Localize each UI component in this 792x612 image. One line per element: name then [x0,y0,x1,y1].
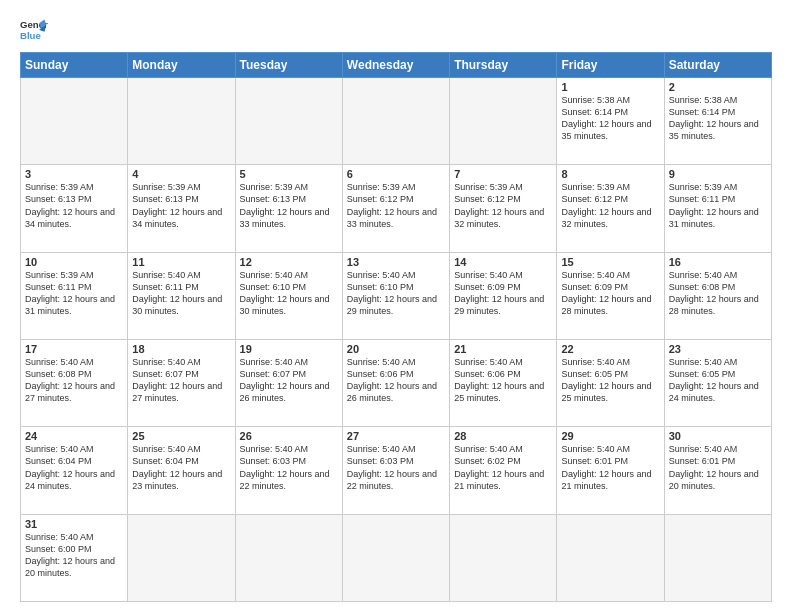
col-header-sunday: Sunday [21,53,128,78]
day-number: 16 [669,256,767,268]
days-of-week-row: SundayMondayTuesdayWednesdayThursdayFrid… [21,53,772,78]
day-cell: 25Sunrise: 5:40 AM Sunset: 6:04 PM Dayli… [128,427,235,514]
calendar-header: SundayMondayTuesdayWednesdayThursdayFrid… [21,53,772,78]
day-info: Sunrise: 5:39 AM Sunset: 6:11 PM Dayligh… [669,181,767,230]
day-cell [128,514,235,601]
day-info: Sunrise: 5:40 AM Sunset: 6:05 PM Dayligh… [561,356,659,405]
day-cell: 2Sunrise: 5:38 AM Sunset: 6:14 PM Daylig… [664,78,771,165]
day-info: Sunrise: 5:40 AM Sunset: 6:04 PM Dayligh… [132,443,230,492]
col-header-monday: Monday [128,53,235,78]
day-cell: 1Sunrise: 5:38 AM Sunset: 6:14 PM Daylig… [557,78,664,165]
day-cell [235,514,342,601]
header: General Blue [20,16,772,44]
day-number: 15 [561,256,659,268]
day-info: Sunrise: 5:40 AM Sunset: 6:02 PM Dayligh… [454,443,552,492]
day-info: Sunrise: 5:39 AM Sunset: 6:11 PM Dayligh… [25,269,123,318]
day-info: Sunrise: 5:39 AM Sunset: 6:13 PM Dayligh… [240,181,338,230]
day-info: Sunrise: 5:40 AM Sunset: 6:10 PM Dayligh… [347,269,445,318]
day-cell: 6Sunrise: 5:39 AM Sunset: 6:12 PM Daylig… [342,165,449,252]
day-number: 27 [347,430,445,442]
day-number: 6 [347,168,445,180]
day-number: 5 [240,168,338,180]
day-info: Sunrise: 5:40 AM Sunset: 6:08 PM Dayligh… [669,269,767,318]
page: General Blue SundayMondayTuesdayWednesda… [0,0,792,612]
day-number: 12 [240,256,338,268]
day-number: 20 [347,343,445,355]
day-info: Sunrise: 5:40 AM Sunset: 6:01 PM Dayligh… [669,443,767,492]
day-cell: 30Sunrise: 5:40 AM Sunset: 6:01 PM Dayli… [664,427,771,514]
day-info: Sunrise: 5:40 AM Sunset: 6:06 PM Dayligh… [347,356,445,405]
day-number: 8 [561,168,659,180]
logo: General Blue [20,16,48,44]
day-cell: 9Sunrise: 5:39 AM Sunset: 6:11 PM Daylig… [664,165,771,252]
day-info: Sunrise: 5:40 AM Sunset: 6:07 PM Dayligh… [240,356,338,405]
day-cell [664,514,771,601]
day-number: 31 [25,518,123,530]
day-info: Sunrise: 5:38 AM Sunset: 6:14 PM Dayligh… [561,94,659,143]
col-header-thursday: Thursday [450,53,557,78]
day-cell: 19Sunrise: 5:40 AM Sunset: 6:07 PM Dayli… [235,339,342,426]
day-info: Sunrise: 5:40 AM Sunset: 6:03 PM Dayligh… [347,443,445,492]
day-info: Sunrise: 5:40 AM Sunset: 6:11 PM Dayligh… [132,269,230,318]
day-cell: 3Sunrise: 5:39 AM Sunset: 6:13 PM Daylig… [21,165,128,252]
day-info: Sunrise: 5:39 AM Sunset: 6:13 PM Dayligh… [132,181,230,230]
col-header-tuesday: Tuesday [235,53,342,78]
day-number: 11 [132,256,230,268]
day-number: 3 [25,168,123,180]
day-info: Sunrise: 5:40 AM Sunset: 6:09 PM Dayligh… [561,269,659,318]
day-number: 2 [669,81,767,93]
day-number: 10 [25,256,123,268]
week-row-4: 17Sunrise: 5:40 AM Sunset: 6:08 PM Dayli… [21,339,772,426]
week-row-5: 24Sunrise: 5:40 AM Sunset: 6:04 PM Dayli… [21,427,772,514]
day-info: Sunrise: 5:40 AM Sunset: 6:06 PM Dayligh… [454,356,552,405]
day-info: Sunrise: 5:39 AM Sunset: 6:12 PM Dayligh… [561,181,659,230]
day-info: Sunrise: 5:40 AM Sunset: 6:10 PM Dayligh… [240,269,338,318]
week-row-1: 1Sunrise: 5:38 AM Sunset: 6:14 PM Daylig… [21,78,772,165]
day-cell: 28Sunrise: 5:40 AM Sunset: 6:02 PM Dayli… [450,427,557,514]
day-cell: 20Sunrise: 5:40 AM Sunset: 6:06 PM Dayli… [342,339,449,426]
day-cell: 7Sunrise: 5:39 AM Sunset: 6:12 PM Daylig… [450,165,557,252]
week-row-3: 10Sunrise: 5:39 AM Sunset: 6:11 PM Dayli… [21,252,772,339]
day-number: 7 [454,168,552,180]
day-number: 4 [132,168,230,180]
day-number: 19 [240,343,338,355]
day-number: 25 [132,430,230,442]
day-info: Sunrise: 5:39 AM Sunset: 6:12 PM Dayligh… [454,181,552,230]
day-info: Sunrise: 5:40 AM Sunset: 6:04 PM Dayligh… [25,443,123,492]
day-cell: 11Sunrise: 5:40 AM Sunset: 6:11 PM Dayli… [128,252,235,339]
day-cell [450,78,557,165]
day-info: Sunrise: 5:40 AM Sunset: 6:09 PM Dayligh… [454,269,552,318]
day-info: Sunrise: 5:40 AM Sunset: 6:00 PM Dayligh… [25,531,123,580]
week-row-6: 31Sunrise: 5:40 AM Sunset: 6:00 PM Dayli… [21,514,772,601]
col-header-friday: Friday [557,53,664,78]
generalblue-logo-icon: General Blue [20,16,48,44]
day-cell: 10Sunrise: 5:39 AM Sunset: 6:11 PM Dayli… [21,252,128,339]
day-cell: 24Sunrise: 5:40 AM Sunset: 6:04 PM Dayli… [21,427,128,514]
calendar-table: SundayMondayTuesdayWednesdayThursdayFrid… [20,52,772,602]
day-number: 1 [561,81,659,93]
day-number: 14 [454,256,552,268]
day-cell [21,78,128,165]
day-cell: 27Sunrise: 5:40 AM Sunset: 6:03 PM Dayli… [342,427,449,514]
day-cell [128,78,235,165]
day-number: 22 [561,343,659,355]
day-number: 28 [454,430,552,442]
day-cell: 15Sunrise: 5:40 AM Sunset: 6:09 PM Dayli… [557,252,664,339]
day-number: 17 [25,343,123,355]
day-cell: 5Sunrise: 5:39 AM Sunset: 6:13 PM Daylig… [235,165,342,252]
day-cell [342,78,449,165]
day-number: 18 [132,343,230,355]
day-cell [342,514,449,601]
day-info: Sunrise: 5:40 AM Sunset: 6:01 PM Dayligh… [561,443,659,492]
calendar-body: 1Sunrise: 5:38 AM Sunset: 6:14 PM Daylig… [21,78,772,602]
day-cell [557,514,664,601]
day-cell [450,514,557,601]
day-cell: 29Sunrise: 5:40 AM Sunset: 6:01 PM Dayli… [557,427,664,514]
day-info: Sunrise: 5:40 AM Sunset: 6:03 PM Dayligh… [240,443,338,492]
day-number: 23 [669,343,767,355]
col-header-saturday: Saturday [664,53,771,78]
day-cell: 8Sunrise: 5:39 AM Sunset: 6:12 PM Daylig… [557,165,664,252]
day-cell: 16Sunrise: 5:40 AM Sunset: 6:08 PM Dayli… [664,252,771,339]
day-info: Sunrise: 5:38 AM Sunset: 6:14 PM Dayligh… [669,94,767,143]
day-cell: 12Sunrise: 5:40 AM Sunset: 6:10 PM Dayli… [235,252,342,339]
